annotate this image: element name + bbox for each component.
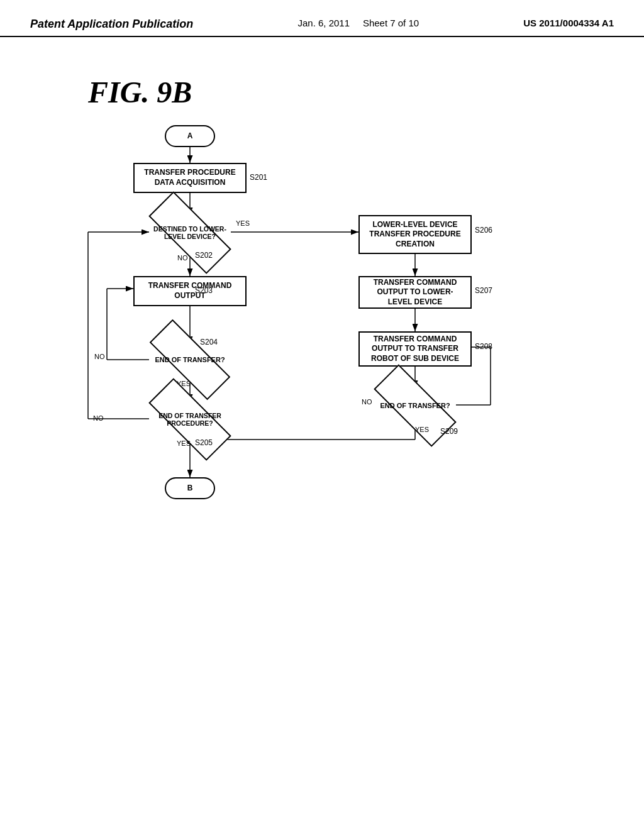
- s207-box: TRANSFER COMMAND OUTPUT TO LOWER- LEVEL …: [358, 276, 472, 309]
- publication-title: Patent Application Publication: [30, 18, 193, 31]
- page-header: Patent Application Publication Jan. 6, 2…: [0, 0, 644, 37]
- s202-no-label: NO: [177, 254, 188, 262]
- s201-step: S201: [250, 173, 267, 182]
- flowchart-arrows: [0, 37, 644, 779]
- diagram-area: FIG. 9B A TRANSFER PROCEDURE DATA ACQUIS…: [0, 37, 644, 779]
- terminal-b: B: [165, 477, 215, 499]
- s208-step: S208: [475, 342, 492, 351]
- s201-box: TRANSFER PROCEDURE DATA ACQUISITION: [133, 163, 247, 193]
- s202-step: S202: [195, 251, 213, 260]
- figure-label: FIG. 9B: [88, 75, 192, 109]
- s205-step: S205: [195, 438, 213, 447]
- s202-diamond-label: DESTINED TO LOWER- LEVEL DEVICE?: [131, 215, 249, 250]
- s207-step: S207: [475, 286, 492, 295]
- s209-step: S209: [440, 427, 458, 436]
- s206-step: S206: [475, 226, 492, 235]
- s205-yes-label: YES: [177, 440, 191, 447]
- s204-diamond-label: END OF TRANSFER?: [131, 343, 249, 376]
- patent-number: US 2011/0004334 A1: [523, 18, 614, 28]
- s205-diamond-label: END OF TRANSFER PROCEDURE?: [129, 402, 251, 437]
- terminal-a: A: [165, 125, 215, 147]
- s203-step: S203: [195, 286, 213, 295]
- publication-date-sheet: Jan. 6, 2011 Sheet 7 of 10: [297, 18, 419, 28]
- publication-date: Jan. 6, 2011: [297, 18, 350, 28]
- s204-no-label: NO: [94, 353, 105, 360]
- s203-box: TRANSFER COMMAND OUTPUT: [133, 276, 247, 306]
- s209-diamond-label: END OF TRANSFER?: [356, 388, 474, 423]
- sheet-info: Sheet 7 of 10: [363, 18, 419, 28]
- s209-yes-label: YES: [415, 426, 429, 433]
- s206-box: LOWER-LEVEL DEVICE TRANSFER PROCEDURE CR…: [358, 215, 472, 254]
- s208-box: TRANSFER COMMAND OUTPUT TO TRANSFER ROBO…: [358, 331, 472, 367]
- s205-no-label: NO: [93, 414, 104, 422]
